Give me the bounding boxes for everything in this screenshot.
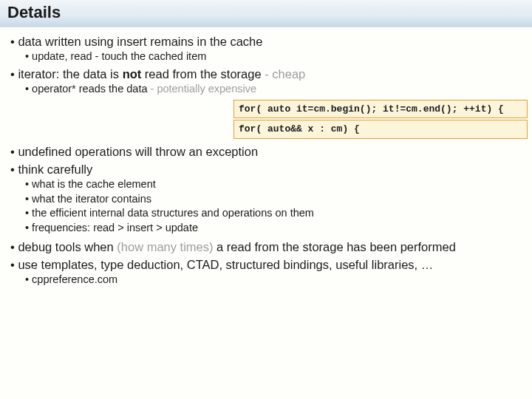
- text: think carefully: [18, 163, 92, 176]
- sub-data-structures: the efficient internal data structures a…: [25, 206, 528, 221]
- text-expensive: - potentially expensive: [148, 83, 257, 95]
- text: operator* reads the data: [32, 83, 147, 95]
- code-block: for( auto it=cm.begin(); it!=cm.end(); +…: [233, 100, 528, 139]
- sub-cppreference: cppreference.com: [25, 273, 528, 287]
- text-part2: a read from the storage has been perform…: [214, 240, 456, 253]
- sub-iterator-contains: what the iterator contains: [25, 192, 528, 207]
- subsub-frequencies: frequencies: read > insert > update: [25, 221, 528, 236]
- bullet-think-carefully: think carefully what is the cache elemen…: [10, 161, 528, 236]
- code-line-for-iterator: for( auto it=cm.begin(); it!=cm.end(); +…: [233, 100, 528, 119]
- slide-body: data written using insert remains in the…: [0, 27, 532, 293]
- bullet-debug-tools: debug tools when (how many times) a read…: [10, 239, 528, 255]
- bullet-use-templates: use templates, type deduction, CTAD, str…: [10, 256, 528, 287]
- text-part1: iterator: the data is: [18, 67, 122, 81]
- text-cheap: - cheap: [262, 67, 306, 81]
- text-part1: debug tools when: [18, 240, 117, 253]
- code-line-range-for: for( auto&& x : cm) {: [233, 120, 528, 139]
- text: data written using insert remains in the…: [18, 35, 262, 48]
- slide-title: Details: [0, 0, 532, 27]
- bullet-iterator: iterator: the data is not read from the …: [10, 66, 528, 97]
- text-how-many-times: (how many times): [117, 240, 213, 253]
- sub-cache-element: what is the cache element: [25, 177, 528, 192]
- bullet-insert-cache: data written using insert remains in the…: [10, 33, 528, 64]
- text-bold-not: not: [123, 67, 142, 81]
- bullet-undefined-ops: undefined operations will throw an excep…: [10, 143, 528, 160]
- text-part2: read from the storage: [141, 67, 261, 81]
- sub-operator-star: operator* reads the data - potentially e…: [25, 82, 528, 97]
- text: use templates, type deduction, CTAD, str…: [18, 258, 433, 271]
- sub-update-read: update, read - touch the cached item: [25, 50, 528, 64]
